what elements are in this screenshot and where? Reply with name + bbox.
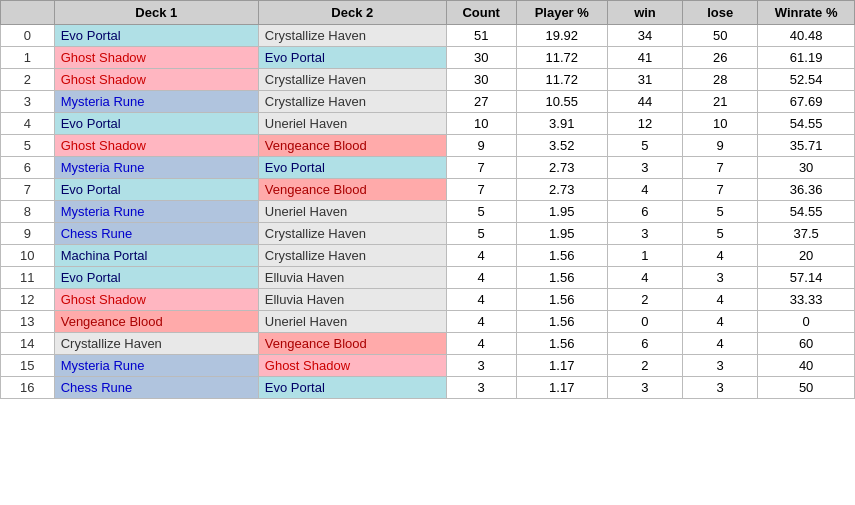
player-pct-cell: 1.56 <box>516 267 607 289</box>
row-index: 3 <box>1 91 55 113</box>
deck1-cell: Mysteria Rune <box>54 201 258 223</box>
table-row: 13Vengeance BloodUneriel Haven41.56040 <box>1 311 855 333</box>
row-index: 1 <box>1 47 55 69</box>
win-cell: 12 <box>607 113 682 135</box>
col-header-win: win <box>607 1 682 25</box>
winrate-cell: 54.55 <box>758 201 855 223</box>
deck2-cell: Evo Portal <box>258 377 446 399</box>
table-row: 7Evo PortalVengeance Blood72.734736.36 <box>1 179 855 201</box>
winrate-cell: 61.19 <box>758 47 855 69</box>
deck2-cell: Uneriel Haven <box>258 201 446 223</box>
lose-cell: 4 <box>683 311 758 333</box>
win-cell: 44 <box>607 91 682 113</box>
winrate-cell: 50 <box>758 377 855 399</box>
deck2-cell: Crystallize Haven <box>258 25 446 47</box>
deck1-cell: Chess Rune <box>54 377 258 399</box>
winrate-cell: 57.14 <box>758 267 855 289</box>
row-index: 10 <box>1 245 55 267</box>
win-cell: 3 <box>607 377 682 399</box>
row-index: 5 <box>1 135 55 157</box>
winrate-cell: 36.36 <box>758 179 855 201</box>
win-cell: 6 <box>607 333 682 355</box>
lose-cell: 3 <box>683 355 758 377</box>
deck1-cell: Ghost Shadow <box>54 47 258 69</box>
player-pct-cell: 11.72 <box>516 47 607 69</box>
row-index: 7 <box>1 179 55 201</box>
col-header-winrate: Winrate % <box>758 1 855 25</box>
winrate-cell: 40.48 <box>758 25 855 47</box>
count-cell: 3 <box>446 355 516 377</box>
win-cell: 1 <box>607 245 682 267</box>
count-cell: 51 <box>446 25 516 47</box>
player-pct-cell: 1.56 <box>516 245 607 267</box>
deck1-cell: Ghost Shadow <box>54 135 258 157</box>
deck2-cell: Crystallize Haven <box>258 223 446 245</box>
win-cell: 41 <box>607 47 682 69</box>
row-index: 8 <box>1 201 55 223</box>
lose-cell: 4 <box>683 333 758 355</box>
table-row: 4Evo PortalUneriel Haven103.91121054.55 <box>1 113 855 135</box>
winrate-cell: 67.69 <box>758 91 855 113</box>
row-index: 16 <box>1 377 55 399</box>
deck1-cell: Mysteria Rune <box>54 91 258 113</box>
lose-cell: 28 <box>683 69 758 91</box>
lose-cell: 7 <box>683 157 758 179</box>
deck1-cell: Ghost Shadow <box>54 289 258 311</box>
table-row: 2Ghost ShadowCrystallize Haven3011.72312… <box>1 69 855 91</box>
lose-cell: 10 <box>683 113 758 135</box>
col-header-lose: lose <box>683 1 758 25</box>
player-pct-cell: 1.17 <box>516 377 607 399</box>
win-cell: 31 <box>607 69 682 91</box>
winrate-cell: 40 <box>758 355 855 377</box>
winrate-cell: 54.55 <box>758 113 855 135</box>
table-row: 3Mysteria RuneCrystallize Haven2710.5544… <box>1 91 855 113</box>
matchup-table: Deck 1 Deck 2 Count Player % win lose Wi… <box>0 0 855 399</box>
winrate-cell: 30 <box>758 157 855 179</box>
lose-cell: 5 <box>683 223 758 245</box>
table-row: 10Machina PortalCrystallize Haven41.5614… <box>1 245 855 267</box>
col-header-deck2: Deck 2 <box>258 1 446 25</box>
player-pct-cell: 1.56 <box>516 333 607 355</box>
deck2-cell: Ghost Shadow <box>258 355 446 377</box>
win-cell: 4 <box>607 267 682 289</box>
table-row: 1Ghost ShadowEvo Portal3011.72412661.19 <box>1 47 855 69</box>
count-cell: 30 <box>446 69 516 91</box>
count-cell: 30 <box>446 47 516 69</box>
table-row: 14Crystallize HavenVengeance Blood41.566… <box>1 333 855 355</box>
player-pct-cell: 1.56 <box>516 311 607 333</box>
count-cell: 27 <box>446 91 516 113</box>
row-index: 14 <box>1 333 55 355</box>
count-cell: 3 <box>446 377 516 399</box>
row-index: 4 <box>1 113 55 135</box>
row-index: 12 <box>1 289 55 311</box>
win-cell: 2 <box>607 355 682 377</box>
row-index: 11 <box>1 267 55 289</box>
deck1-cell: Evo Portal <box>54 113 258 135</box>
winrate-cell: 0 <box>758 311 855 333</box>
table-row: 0Evo PortalCrystallize Haven5119.9234504… <box>1 25 855 47</box>
lose-cell: 50 <box>683 25 758 47</box>
player-pct-cell: 2.73 <box>516 179 607 201</box>
count-cell: 4 <box>446 311 516 333</box>
count-cell: 4 <box>446 267 516 289</box>
win-cell: 2 <box>607 289 682 311</box>
win-cell: 3 <box>607 223 682 245</box>
win-cell: 5 <box>607 135 682 157</box>
deck2-cell: Elluvia Haven <box>258 289 446 311</box>
lose-cell: 3 <box>683 267 758 289</box>
deck1-cell: Vengeance Blood <box>54 311 258 333</box>
deck2-cell: Elluvia Haven <box>258 267 446 289</box>
deck1-cell: Mysteria Rune <box>54 157 258 179</box>
deck1-cell: Crystallize Haven <box>54 333 258 355</box>
col-header-player-pct: Player % <box>516 1 607 25</box>
player-pct-cell: 3.52 <box>516 135 607 157</box>
deck2-cell: Vengeance Blood <box>258 179 446 201</box>
row-index: 2 <box>1 69 55 91</box>
count-cell: 7 <box>446 157 516 179</box>
count-cell: 5 <box>446 201 516 223</box>
deck2-cell: Evo Portal <box>258 157 446 179</box>
deck2-cell: Vengeance Blood <box>258 135 446 157</box>
deck1-cell: Chess Rune <box>54 223 258 245</box>
player-pct-cell: 19.92 <box>516 25 607 47</box>
row-index: 6 <box>1 157 55 179</box>
